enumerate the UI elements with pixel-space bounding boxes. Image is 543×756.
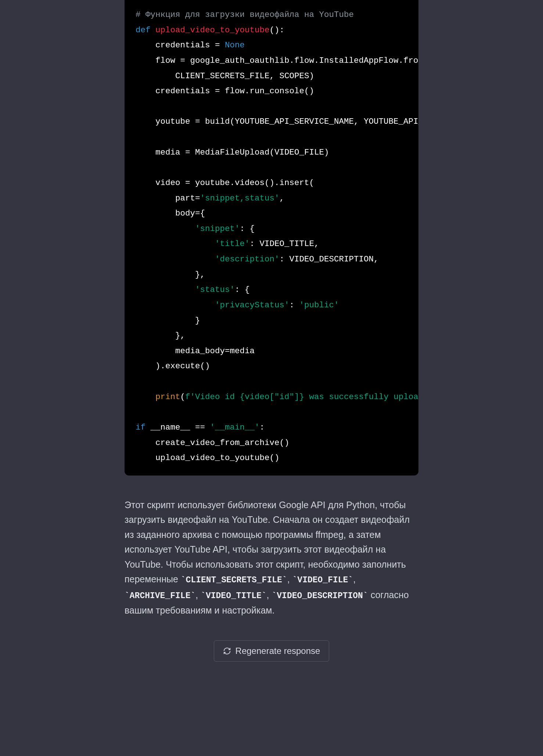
regenerate-response-button[interactable]: Regenerate response (214, 640, 330, 662)
inline-code-var: `VIDEO_FILE` (292, 575, 353, 585)
explanation-text: Этот скрипт использует библиотеки Google… (125, 500, 410, 585)
regenerate-response-label: Regenerate response (235, 646, 320, 656)
code-block: # Функция для загрузки видеофайла на You… (125, 0, 418, 475)
inline-code-var: `ARCHIVE_FILE` (125, 591, 195, 601)
inline-code-var: `VIDEO_DESCRIPTION` (272, 591, 368, 601)
code-function-name: upload_video_to_youtube (155, 25, 270, 35)
code-keyword-def: def (136, 25, 151, 35)
code-print: print (155, 392, 180, 402)
refresh-icon (223, 647, 231, 655)
code-keyword-if: if (136, 423, 145, 432)
inline-code-var: `CLIENT_SECRETS_FILE` (181, 575, 287, 585)
explanation-paragraph: Этот скрипт использует библиотеки Google… (125, 498, 418, 618)
code-none: None (225, 40, 245, 50)
inline-code-var: `VIDEO_TITLE` (201, 591, 266, 601)
code-comment: # Функция для загрузки видеофайла на You… (136, 10, 354, 19)
